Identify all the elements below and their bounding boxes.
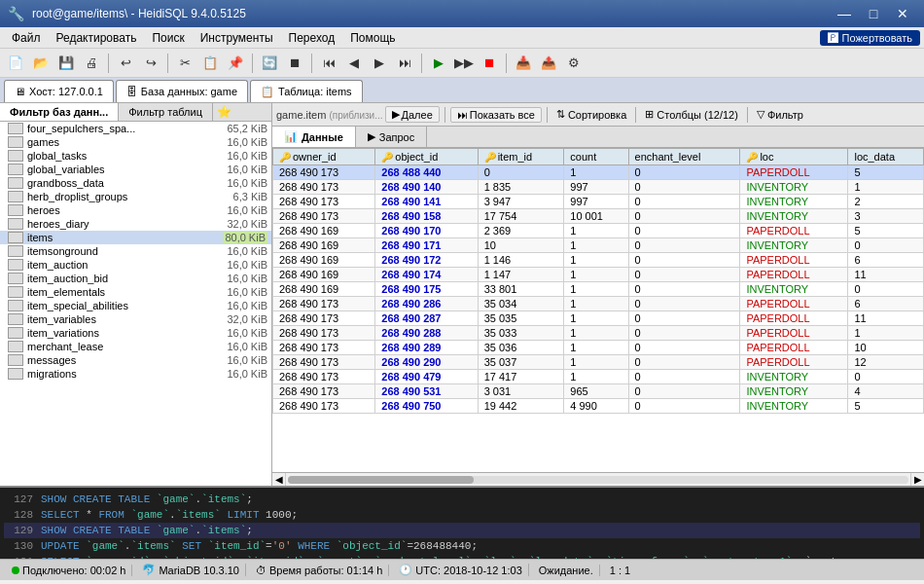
tb-undo-button[interactable]: ↩ [114,52,137,75]
tree-item-label: global_variables [27,164,210,175]
menu-help[interactable]: Помощь [342,29,403,47]
tree-item[interactable]: migrations16,0 KiB [0,367,271,381]
tree-item[interactable]: games16,0 KiB [0,135,271,149]
cell-owner_id: 268 490 173 [273,355,375,370]
table-row[interactable]: 268 490 173268 490 28735 03510PAPERDOLL1… [273,311,924,326]
tb-paste-button[interactable]: 📌 [224,52,247,75]
menu-edit[interactable]: Редактировать [49,29,145,47]
menu-file[interactable]: Файл [4,29,49,47]
table-row[interactable]: 268 490 173268 490 15817 75410 0010INVEN… [273,209,924,224]
tree-item[interactable]: item_variations16,0 KiB [0,326,271,340]
tb-first-button[interactable]: ⏮ [317,52,340,75]
tree-item[interactable]: itemsonground16,0 KiB [0,244,271,258]
table-row[interactable]: 268 490 173268 490 28935 03610PAPERDOLL1… [273,341,924,355]
tree-item[interactable]: global_tasks16,0 KiB [0,149,271,163]
tab-query[interactable]: ▶ Запрос [356,127,427,147]
tree-item[interactable]: item_elementals16,0 KiB [0,285,271,299]
tree-item[interactable]: items80,0 KiB [0,231,271,244]
scroll-right-button[interactable]: ▶ [910,473,924,487]
tb-prev-button[interactable]: ◀ [342,52,366,75]
table-row[interactable]: 268 490 173268 490 28835 03310PAPERDOLL1 [273,326,924,341]
table-row[interactable]: 268 490 173268 490 1401 8359970INVENTORY… [273,180,924,195]
tb-stop-query-button[interactable]: ⏹ [478,52,501,75]
table-row[interactable]: 268 490 173268 490 75019 4424 9900INVENT… [273,399,924,414]
tab-host[interactable]: 🖥 Хост: 127.0.0.1 [4,80,114,102]
col-loc[interactable]: 🔑loc [740,149,848,165]
tb-print-button[interactable]: 🖨 [80,52,103,75]
tree-item[interactable]: item_special_abilities16,0 KiB [0,299,271,312]
tb-next-button[interactable]: ▶ [368,52,391,75]
tb-last-button[interactable]: ⏭ [393,52,416,75]
table-row[interactable]: 268 490 169268 490 1702 36910PAPERDOLL5 [273,224,924,238]
table-row[interactable]: 268 490 173268 488 440010PAPERDOLL5 [273,165,924,180]
tab-table[interactable]: 📋 Таблица: items [250,80,363,102]
table-row[interactable]: 268 490 173268 490 1413 9479970INVENTORY… [273,195,924,209]
menu-navigate[interactable]: Переход [281,29,343,47]
table-row[interactable]: 268 490 173268 490 5313 0319650INVENTORY… [273,384,924,399]
tree-item[interactable]: messages16,0 KiB [0,353,271,367]
paypal-button[interactable]: 🅿 Пожертвовать [820,30,921,46]
tb-import-button[interactable]: 📥 [512,52,535,75]
main-area: Фильтр баз данн... Фильтр таблиц ⭐ four_… [0,103,924,486]
table-row[interactable]: 268 490 169268 490 1711010INVENTORY0 [273,238,924,253]
tb-run-button[interactable]: ▶ [427,52,450,75]
cell-owner_id: 268 490 173 [273,399,375,414]
scroll-thumb[interactable] [288,476,474,484]
tb-stop-button[interactable]: ⏹ [283,52,306,75]
tb-new-button[interactable]: 📄 [4,52,27,75]
minimize-button[interactable]: — [831,4,858,23]
col-item_id[interactable]: 🔑item_id [478,149,564,165]
col-object_id[interactable]: 🔑object_id [375,149,478,165]
next-icon: ▶ [392,108,400,121]
tree-item[interactable]: merchant_lease16,0 KiB [0,340,271,353]
breadcrumb: game.item (приблизи... [276,109,383,121]
table-row[interactable]: 268 490 169268 490 1721 14610PAPERDOLL6 [273,253,924,268]
tree-item[interactable]: global_variables16,0 KiB [0,163,271,176]
tb-redo-button[interactable]: ↪ [139,52,162,75]
tree-item[interactable]: item_variables32,0 KiB [0,312,271,326]
col-loc_data[interactable]: loc_data [848,149,924,165]
close-button[interactable]: ✕ [889,4,916,23]
scroll-track[interactable] [288,476,908,484]
tb-run-all-button[interactable]: ▶▶ [452,52,476,75]
tb-cut-button[interactable]: ✂ [173,52,196,75]
table-row[interactable]: 268 490 173268 490 29035 03710PAPERDOLL1… [273,355,924,370]
tb-settings-button[interactable]: ⚙ [562,52,586,75]
maximize-button[interactable]: □ [860,4,887,23]
horizontal-scrollbar[interactable]: ◀ ▶ [272,472,924,486]
tree-item[interactable]: item_auction16,0 KiB [0,258,271,272]
panel-tab-tables[interactable]: Фильтр таблиц [119,103,213,121]
col-count[interactable]: count [564,149,628,165]
tb-export-button[interactable]: 📤 [537,52,560,75]
tab-database[interactable]: 🗄 База данных: game [116,80,248,102]
tree-item[interactable]: herb_droplist_groups6,3 KiB [0,190,271,203]
tb-open-button[interactable]: 📂 [29,52,53,75]
table-row[interactable]: 268 490 169268 490 1741 14710PAPERDOLL11 [273,268,924,282]
query-panel[interactable]: 127SHOW CREATE TABLE `game`.`items`;128S… [0,486,924,559]
scroll-left-button[interactable]: ◀ [272,473,286,487]
star-icon[interactable]: ⭐ [217,103,231,121]
tree-item[interactable]: item_auction_bid16,0 KiB [0,272,271,285]
tree-item[interactable]: heroes_diary32,0 KiB [0,217,271,231]
data-table-container[interactable]: 🔑owner_id 🔑object_id 🔑item_id count ench… [272,148,924,472]
col-enchant_level[interactable]: enchant_level [628,149,740,165]
menu-tools[interactable]: Инструменты [193,29,281,47]
col-owner_id[interactable]: 🔑owner_id [273,149,375,165]
table-row[interactable]: 268 490 173268 490 28635 03410PAPERDOLL6 [273,297,924,311]
panel-tab-databases[interactable]: Фильтр баз данн... [0,103,119,121]
table-row[interactable]: 268 490 173268 490 47917 41710INVENTORY0 [273,370,924,384]
tree-item[interactable]: heroes16,0 KiB [0,203,271,217]
tab-data[interactable]: 📊 Данные [272,127,356,147]
tb-save-button[interactable]: 💾 [54,52,78,75]
table-row[interactable]: 268 490 169268 490 17533 80110INVENTORY0 [273,282,924,297]
cell-loc: INVENTORY [740,180,848,195]
tree-item[interactable]: grandboss_data16,0 KiB [0,176,271,190]
tb-copy-button[interactable]: 📋 [198,52,222,75]
menu-search[interactable]: Поиск [144,29,192,47]
tree-item-label: item_elementals [27,286,210,298]
table-icon [8,313,23,325]
show-all-button[interactable]: ⏭ Показать все [450,107,542,123]
next-button[interactable]: ▶ Далее [385,106,440,123]
tb-refresh-button[interactable]: 🔄 [258,52,281,75]
tree-item[interactable]: four_sepulchers_spa...65,2 KiB [0,122,271,135]
